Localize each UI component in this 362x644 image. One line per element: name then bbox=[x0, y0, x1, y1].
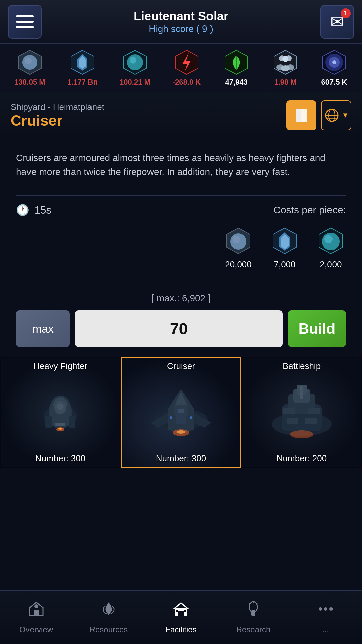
cost-gas-value: 2,000 bbox=[320, 259, 342, 270]
crystal-value: 1.177 Bn bbox=[67, 78, 98, 87]
svg-rect-71 bbox=[305, 418, 317, 424]
resource-dark-matter[interactable]: 607.5 K bbox=[321, 49, 348, 87]
header-center: Lieutenant Solar High score ( 9 ) bbox=[42, 9, 320, 34]
mail-button[interactable]: ✉ 1 bbox=[320, 5, 354, 39]
globe-button[interactable]: ▼ bbox=[321, 100, 351, 130]
svg-point-33 bbox=[233, 236, 240, 243]
heavy-fighter-silhouette bbox=[27, 379, 94, 446]
score-label: High score bbox=[149, 23, 194, 34]
food-hex bbox=[223, 49, 250, 76]
cruiser-count: Number: 300 bbox=[122, 453, 240, 464]
mail-badge: 1 bbox=[341, 8, 351, 18]
svg-point-58 bbox=[177, 430, 185, 434]
cost-metal: 20,000 bbox=[223, 226, 253, 270]
svg-point-88 bbox=[329, 607, 333, 611]
build-info: 🕐 15s Costs per piece: 20,000 bbox=[0, 204, 362, 270]
svg-rect-70 bbox=[287, 418, 298, 424]
cruiser-silhouette bbox=[141, 376, 221, 449]
heavy-fighter-label: Heavy Fighter bbox=[1, 361, 120, 371]
svg-rect-60 bbox=[178, 409, 184, 413]
cost-gas-hex bbox=[316, 226, 346, 257]
overview-icon bbox=[27, 600, 45, 622]
shipyard-location: Shipyard - Heimatplanet bbox=[11, 102, 104, 112]
resource-food[interactable]: 47,943 bbox=[223, 49, 250, 87]
score-display: High score ( 9 ) bbox=[42, 23, 320, 34]
svg-rect-73 bbox=[300, 386, 303, 399]
carousel-battleship[interactable]: Battleship Number: 200 bbox=[241, 357, 362, 468]
svg-point-61 bbox=[170, 416, 172, 419]
carousel-cruiser[interactable]: Cruiser Number: 300 bbox=[121, 357, 241, 468]
quantity-input[interactable] bbox=[75, 310, 283, 347]
nav-resources[interactable]: Resources bbox=[72, 595, 145, 640]
battleship-label: Battleship bbox=[242, 361, 361, 371]
svg-rect-68 bbox=[283, 408, 295, 414]
hamburger-icon bbox=[16, 15, 34, 28]
gas-hex bbox=[122, 49, 148, 76]
max-button[interactable]: max bbox=[16, 310, 70, 347]
nav-more[interactable]: ... bbox=[290, 595, 362, 640]
more-label: ... bbox=[322, 625, 329, 634]
battleship-silhouette bbox=[265, 377, 339, 448]
nav-overview[interactable]: Overview bbox=[0, 595, 72, 640]
facilities-icon bbox=[172, 600, 190, 622]
cost-crystal: 7,000 bbox=[269, 226, 300, 270]
svg-rect-80 bbox=[251, 610, 255, 616]
svg-point-45 bbox=[57, 403, 64, 410]
costs-row: 20,000 7,000 2,000 bbox=[16, 226, 346, 270]
cost-gas: 2,000 bbox=[316, 226, 346, 270]
cost-metal-value: 20,000 bbox=[225, 259, 252, 270]
max-label: [ max.: 6,902 ] bbox=[16, 293, 346, 304]
svg-rect-79 bbox=[184, 610, 186, 612]
carousel-heavy-fighter[interactable]: Heavy Fighter Number: 300 bbox=[0, 357, 121, 468]
resource-energy[interactable]: -268.0 K bbox=[173, 49, 201, 87]
svg-point-87 bbox=[324, 607, 327, 611]
svg-rect-24 bbox=[296, 109, 301, 122]
build-row: max Build bbox=[16, 310, 346, 347]
nav-facilities[interactable]: Facilities bbox=[145, 595, 217, 640]
svg-rect-69 bbox=[308, 408, 320, 414]
header: Lieutenant Solar High score ( 9 ) ✉ 1 bbox=[0, 0, 362, 44]
battleship-count: Number: 200 bbox=[242, 453, 361, 464]
book-button[interactable] bbox=[286, 100, 316, 130]
score-value: ( 9 ) bbox=[196, 23, 213, 34]
player-name: Lieutenant Solar bbox=[42, 9, 320, 23]
svg-point-22 bbox=[332, 60, 336, 64]
menu-button[interactable] bbox=[8, 5, 42, 39]
dark-matter-hex bbox=[321, 49, 348, 76]
population-value: 1.98 M bbox=[274, 78, 296, 87]
shipyard-header: Shipyard - Heimatplanet Cruiser ▼ bbox=[0, 92, 362, 139]
resource-metal[interactable]: 138.05 M bbox=[14, 49, 45, 87]
overview-label: Overview bbox=[19, 625, 53, 634]
resource-population[interactable]: 1.98 M bbox=[272, 49, 299, 87]
bottom-nav: Overview Resources Facilities bbox=[0, 590, 362, 644]
metal-hex bbox=[16, 49, 43, 76]
svg-rect-74 bbox=[34, 610, 39, 616]
svg-point-39 bbox=[324, 235, 333, 243]
crystal-hex bbox=[69, 49, 96, 76]
svg-point-50 bbox=[58, 428, 62, 430]
svg-point-72 bbox=[290, 430, 313, 438]
cost-crystal-value: 7,000 bbox=[274, 259, 295, 270]
shipyard-actions: ▼ bbox=[286, 100, 351, 130]
cost-metal-hex bbox=[223, 226, 253, 257]
build-button[interactable]: Build bbox=[288, 310, 346, 347]
build-controls: [ max.: 6,902 ] max Build bbox=[0, 286, 362, 357]
ship-name: Cruiser bbox=[11, 112, 104, 129]
svg-rect-48 bbox=[55, 423, 65, 426]
svg-point-2 bbox=[25, 57, 32, 64]
energy-hex bbox=[173, 49, 200, 76]
divider-2 bbox=[16, 278, 346, 278]
heavy-fighter-art bbox=[1, 358, 120, 467]
resources-icon bbox=[100, 600, 117, 622]
resources-label: Resources bbox=[89, 625, 128, 634]
svg-rect-47 bbox=[69, 416, 75, 428]
svg-point-18 bbox=[281, 65, 290, 71]
svg-point-75 bbox=[34, 604, 38, 608]
resource-gas[interactable]: 100.21 M bbox=[120, 49, 150, 87]
nav-research[interactable]: Research bbox=[217, 595, 290, 640]
cost-crystal-hex bbox=[269, 226, 300, 257]
facilities-label: Facilities bbox=[165, 625, 196, 634]
svg-rect-77 bbox=[178, 611, 184, 616]
gas-value: 100.21 M bbox=[120, 78, 150, 87]
resource-crystal[interactable]: 1.177 Bn bbox=[67, 49, 98, 87]
